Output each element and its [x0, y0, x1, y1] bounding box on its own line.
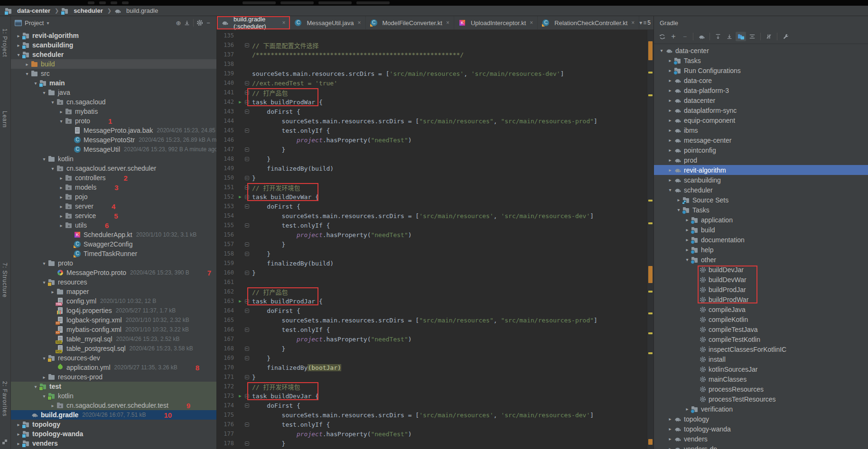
code-line-148[interactable]: 148− }	[217, 154, 647, 164]
gradle-row-dataplatform-sync[interactable]: ▸dataplatform-sync	[654, 105, 868, 115]
fold-open-icon[interactable]: −	[245, 328, 249, 332]
gradle-row-inspectclassesforkotlinic[interactable]: inspectClassesForKotlinIC	[654, 344, 868, 354]
gradle-row-tasks[interactable]: ▾Tasks	[654, 205, 868, 215]
chevron-right-icon[interactable]: ▸	[666, 128, 674, 133]
chevron-down-icon[interactable]: ▾	[40, 90, 48, 95]
project-row-topology-wanda[interactable]: ▸topology-wanda	[11, 429, 216, 439]
fold-close-icon[interactable]: −	[245, 375, 249, 379]
code-line-165[interactable]: 165 sourceSets.main.resources.srcDirs = …	[217, 315, 647, 325]
fold-gutter[interactable]: −	[243, 157, 250, 161]
fold-close-icon[interactable]: −	[245, 347, 249, 351]
project-row-java[interactable]: ▾java	[11, 88, 216, 97]
project-panel-title[interactable]: Project	[25, 19, 44, 27]
breadcrumb-item[interactable]: build.gradle	[114, 7, 158, 15]
project-row-cn.sagacloud[interactable]: ▾cn.sagacloud	[11, 97, 216, 107]
chevron-down-icon[interactable]: ▾	[683, 257, 691, 262]
chevron-right-icon[interactable]: ▸	[49, 403, 56, 408]
gradle-row-data-center[interactable]: ▾data-center	[654, 46, 868, 55]
fold-close-icon[interactable]: −	[245, 271, 249, 275]
run-task-icon[interactable]: ▶	[237, 299, 243, 303]
tool-stripe-button[interactable]: Learn	[1, 111, 8, 128]
fold-gutter[interactable]: −	[243, 347, 250, 351]
chevron-right-icon[interactable]: ▸	[666, 68, 674, 73]
fold-open-icon[interactable]: −	[245, 422, 249, 427]
code-line-162[interactable]: 162// 打产品包	[217, 287, 647, 296]
fold-close-icon[interactable]: −	[245, 356, 249, 360]
fold-gutter[interactable]: −	[243, 176, 250, 180]
project-row-swagger2config[interactable]: CSwagger2Config	[11, 239, 216, 249]
chevron-right-icon[interactable]: ▸	[666, 88, 674, 93]
stripe-mark[interactable]	[648, 266, 653, 283]
fold-gutter[interactable]: −	[243, 403, 250, 408]
project-row-mybatis-config.xml[interactable]: <>mybatis-config.xml2020/1/10 10:32, 3.2…	[11, 325, 216, 334]
code-line-153[interactable]: 153− doFirst {	[217, 202, 647, 211]
project-row-service[interactable]: ▸service5	[11, 211, 216, 220]
close-icon[interactable]: ×	[530, 19, 533, 26]
close-icon[interactable]: ×	[282, 19, 285, 26]
code-line-151[interactable]: 151−// 打开发环境包	[217, 183, 647, 192]
gradle-row-venders[interactable]: ▸venders	[654, 434, 868, 444]
gradle-row-ibms[interactable]: ▸ibms	[654, 125, 868, 135]
project-row-log4j.properties[interactable]: log4j.properties2020/5/27 11:37, 1.7 kB	[11, 306, 216, 315]
fold-gutter[interactable]: −	[243, 299, 250, 303]
add-icon[interactable]: +	[668, 32, 679, 41]
hidden-tabs-dropdown[interactable]: ▾ ≡ 5	[639, 19, 651, 26]
gradle-row-tasks[interactable]: ▸Tasks	[654, 55, 868, 65]
gradle-row-compilejava[interactable]: compileJava	[654, 304, 868, 314]
gradle-row-source-sets[interactable]: ▸Source Sets	[654, 195, 868, 205]
project-row-models[interactable]: ▸models3	[11, 183, 216, 192]
chevron-right-icon[interactable]: ▸	[666, 78, 674, 83]
fold-open-icon[interactable]: −	[245, 223, 249, 228]
fold-close-icon[interactable]: −	[245, 147, 249, 152]
chevron-right-icon[interactable]: ▸	[40, 375, 48, 380]
code-line-176[interactable]: 176− test.onlyIf {	[217, 420, 647, 429]
gradle-row-compilekotlin[interactable]: compileKotlin	[654, 314, 868, 324]
project-row-resources[interactable]: ▾resources	[11, 277, 216, 287]
project-row-cn.sagacloud.server.scheduler.test[interactable]: ▸cn.sagacloud.server.scheduler.test9	[11, 401, 216, 410]
fold-open-icon[interactable]: −	[245, 309, 249, 313]
gradle-row-compiletestjava[interactable]: compileTestJava	[654, 324, 868, 334]
chevron-right-icon[interactable]: ▸	[57, 204, 65, 209]
chevron-right-icon[interactable]: ▸	[15, 441, 22, 446]
chevron-down-icon[interactable]: ▾	[40, 280, 48, 285]
code-line-155[interactable]: 155− test.onlyIf {	[217, 220, 647, 230]
project-row-topology[interactable]: ▸topology	[11, 420, 216, 429]
project-row-resources-prod[interactable]: ▸resources-prod	[11, 372, 216, 382]
chevron-down-icon[interactable]: ▾	[57, 119, 65, 124]
code-line-174[interactable]: 174− doFirst {	[217, 401, 647, 410]
gradle-row-documentation[interactable]: ▸documentation	[654, 235, 868, 245]
stripe-mark[interactable]	[648, 41, 653, 60]
gradle-row-install[interactable]: install	[654, 354, 868, 364]
code-line-178[interactable]: 178− }	[217, 439, 647, 448]
project-row-application.yml[interactable]: application.yml2020/5/27 11:35, 3.26 kB8	[11, 363, 216, 372]
code-line-150[interactable]: 150−}	[217, 173, 647, 183]
chevron-right-icon[interactable]: ▸	[666, 147, 674, 153]
fold-gutter[interactable]: −	[243, 147, 250, 152]
code-line-175[interactable]: 175 sourceSets.main.resources.srcDirs = …	[217, 410, 647, 420]
offline-icon[interactable]	[764, 32, 774, 41]
compact-icon[interactable]	[747, 32, 757, 41]
gradle-row-processtestresources[interactable]: processTestResources	[654, 394, 868, 404]
code-line-158[interactable]: 158− }	[217, 249, 647, 258]
project-row-server[interactable]: ▸server4	[11, 202, 216, 211]
gradle-row-venders-dp[interactable]: ▸venders-dp	[654, 444, 868, 449]
chevron-down-icon[interactable]: ▾	[658, 48, 665, 53]
fold-gutter[interactable]: −	[243, 91, 250, 95]
chevron-right-icon[interactable]: ▸	[666, 58, 674, 63]
project-row-messageproto.proto[interactable]: MessageProto.proto2020/4/26 15:23, 390 B…	[11, 268, 216, 277]
tab-messageutil.java[interactable]: CMessageUtil.java×	[290, 16, 365, 29]
gradle-row-topology-wanda[interactable]: ▸topology-wanda	[654, 424, 868, 434]
stripe-mark[interactable]	[648, 94, 653, 96]
gradle-row-verification[interactable]: ▸verification	[654, 404, 868, 414]
project-row-mapper[interactable]: ▸mapper	[11, 287, 216, 296]
chevron-down-icon[interactable]: ▾	[49, 166, 56, 171]
run-task-icon[interactable]: ▶	[237, 194, 243, 199]
fold-close-icon[interactable]: −	[245, 157, 249, 161]
code-line-144[interactable]: 144 sourceSets.main.resources.srcDirs = …	[217, 116, 647, 126]
chevron-down-icon[interactable]: ▾	[675, 207, 682, 212]
chevron-right-icon[interactable]: ▸	[666, 108, 674, 113]
fold-gutter[interactable]: −	[243, 128, 250, 133]
project-row-table-postgresql.sql[interactable]: SQLtable_postgresql.sql2020/4/26 15:23, …	[11, 344, 216, 353]
fold-open-icon[interactable]: −	[245, 204, 249, 209]
chevron-right-icon[interactable]: ▸	[15, 431, 22, 437]
